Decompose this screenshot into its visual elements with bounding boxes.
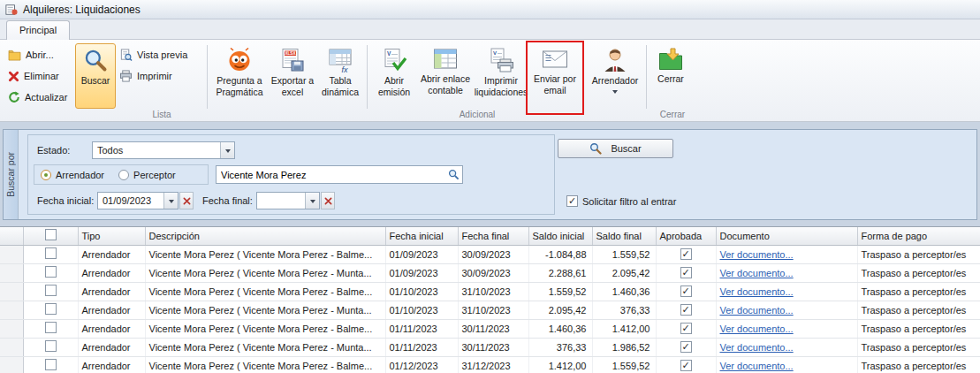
eliminar-button[interactable]: Eliminar [4, 66, 75, 86]
cell-fecha-inicial: 01/10/2023 [385, 301, 458, 319]
robot-face-icon [226, 48, 253, 72]
imprimir-button[interactable]: Imprimir [116, 66, 204, 86]
row-select-checkbox[interactable] [45, 340, 57, 352]
cell-saldo-inicial: 376,33 [528, 338, 592, 356]
row-select-checkbox[interactable] [45, 247, 57, 259]
table-row[interactable]: Arrendador Vicente Mora Perez ( Vicente … [0, 263, 980, 282]
row-select-cell [23, 263, 78, 282]
fecha-inicial-combobox[interactable]: 01/09/2023 [97, 192, 179, 209]
ver-documento-link[interactable]: Ver documento... [720, 249, 794, 260]
table-row[interactable]: Arrendador Vicente Mora Perez ( Vicente … [0, 245, 980, 263]
ver-documento-link[interactable]: Ver documento... [720, 324, 794, 334]
tab-principal[interactable]: Principal [6, 20, 70, 40]
table-row[interactable]: Arrendador Vicente Mora Perez ( Vicente … [0, 338, 980, 356]
buscar-por-side-tab[interactable]: Buscar por [4, 130, 19, 219]
solicitar-filtro-checkbox-row[interactable]: ✓ Solicitar filtro al entrar [566, 195, 676, 207]
cell-fecha-inicial: 01/11/2023 [385, 338, 458, 356]
imprimir-liquidaciones-button[interactable]: V Imprimir liquidaciones [473, 43, 529, 109]
col-header-forma-de-pago[interactable]: Forma de pago [857, 227, 980, 245]
tipo-radio-group: Arrendador Perceptor [34, 164, 209, 185]
exportar-excel-button[interactable]: XLSX Exportar a excel [269, 43, 316, 109]
cell-fecha-inicial: 01/09/2023 [385, 245, 458, 263]
buscar-filter-label: Buscar [611, 143, 641, 154]
pregunta-label: Pregunta a Pragmática [211, 75, 268, 97]
radio-arrendador[interactable]: Arrendador [41, 170, 104, 180]
abrir-enlace-contable-button[interactable]: Abrir enlace contable [418, 43, 473, 109]
cell-documento: Ver documento... [716, 263, 857, 282]
row-select-checkbox[interactable] [45, 266, 57, 278]
row-select-checkbox[interactable] [45, 359, 57, 370]
col-header-tipo[interactable]: Tipo [78, 227, 145, 245]
buscar-ribbon-button[interactable]: Buscar [75, 43, 116, 109]
ver-documento-link[interactable]: Ver documento... [720, 361, 794, 371]
vista-previa-button[interactable]: Vista previa [116, 45, 204, 65]
cell-descripcion: Vicente Mora Perez ( Vicente Mora Perez … [145, 301, 385, 319]
aprobada-checkbox[interactable]: ✓ [680, 360, 692, 371]
cell-tipo: Arrendador [78, 245, 145, 263]
solicitar-filtro-checkbox[interactable]: ✓ [566, 195, 578, 207]
cell-descripcion: Vicente Mora Perez ( Vicente Mora Perez … [145, 319, 385, 338]
cell-aprobada: ✓ [656, 245, 716, 263]
col-header-saldo-inicial[interactable]: Saldo inicial [528, 227, 592, 245]
open-folder-icon [8, 49, 21, 61]
ribbon-separator [583, 45, 584, 109]
table-row[interactable]: Arrendador Vicente Mora Perez ( Vicente … [0, 319, 980, 338]
cell-aprobada: ✓ [656, 301, 716, 319]
col-header-documento[interactable]: Documento [716, 227, 857, 245]
window-title: Alquileres: Liquidaciones [23, 4, 141, 16]
fecha-final-clear-button[interactable] [321, 192, 335, 209]
buscar-filter-button[interactable]: Buscar [558, 139, 673, 158]
enviar-email-button[interactable]: Enviar por email [529, 43, 581, 109]
search-icon [589, 142, 602, 155]
pregunta-pragmatica-button[interactable]: Pregunta a Pragmática [210, 43, 269, 109]
nombre-input[interactable] [217, 166, 444, 183]
imprimir-label: Imprimir [137, 71, 172, 81]
abrir-emision-button[interactable]: V Abrir emisión [370, 43, 418, 109]
select-all-checkbox[interactable] [45, 229, 57, 240]
solicitar-filtro-label: Solicitar filtro al entrar [582, 196, 676, 207]
ver-documento-link[interactable]: Ver documento... [720, 342, 794, 353]
ver-documento-link[interactable]: Ver documento... [720, 286, 794, 297]
col-header-saldo-final[interactable]: Saldo final [592, 227, 656, 245]
select-column-header[interactable] [23, 227, 78, 245]
tabla-dinamica-button[interactable]: fx Tabla dinámica [316, 43, 364, 109]
estado-dropdown-button[interactable] [220, 142, 234, 158]
aprobada-checkbox[interactable]: ✓ [680, 267, 692, 278]
actualizar-label: Actualizar [25, 92, 67, 103]
row-indicator-cell [0, 245, 23, 263]
chevron-down-icon [310, 200, 315, 203]
aprobada-checkbox[interactable]: ✓ [680, 304, 692, 316]
aprobada-checkbox[interactable]: ✓ [680, 323, 692, 334]
row-select-cell [23, 282, 78, 301]
cell-saldo-final: 1.559,52 [592, 356, 656, 373]
nombre-search-button[interactable] [444, 166, 462, 183]
window-title-bar: Alquileres: Liquidaciones [0, 0, 980, 19]
row-select-checkbox[interactable] [45, 303, 57, 315]
row-select-checkbox[interactable] [45, 285, 57, 296]
cerrar-button[interactable]: Cerrar [650, 43, 692, 109]
aprobada-checkbox[interactable]: ✓ [680, 248, 692, 260]
radio-perceptor[interactable]: Perceptor [118, 170, 176, 180]
ver-documento-link[interactable]: Ver documento... [720, 305, 794, 316]
fecha-inicial-clear-button[interactable] [179, 192, 194, 209]
table-row[interactable]: Arrendador Vicente Mora Perez ( Vicente … [0, 301, 980, 319]
col-header-fecha-final[interactable]: Fecha final [458, 227, 528, 245]
estado-combobox[interactable]: Todos [92, 141, 235, 159]
table-row[interactable]: Arrendador Vicente Mora Perez ( Vicente … [0, 356, 980, 373]
fecha-inicial-value: 01/09/2023 [98, 195, 163, 206]
ver-documento-link[interactable]: Ver documento... [720, 268, 794, 278]
col-header-aprobada[interactable]: Aprobada [656, 227, 716, 245]
row-select-checkbox[interactable] [45, 322, 57, 333]
abrir-button[interactable]: Abrir... [4, 45, 75, 65]
col-header-fecha-inicial[interactable]: Fecha inicial [385, 227, 458, 245]
fecha-final-dropdown-button[interactable] [305, 193, 319, 209]
arrendador-menu-button[interactable]: Arrendador [587, 43, 643, 109]
aprobada-checkbox[interactable]: ✓ [680, 341, 692, 353]
aprobada-checkbox[interactable]: ✓ [680, 285, 692, 297]
actualizar-button[interactable]: Actualizar [4, 88, 75, 107]
table-row[interactable]: Arrendador Vicente Mora Perez ( Vicente … [0, 282, 980, 301]
col-header-descripcion[interactable]: Descripción [145, 227, 385, 245]
fecha-inicial-dropdown-button[interactable] [163, 193, 178, 209]
fecha-final-combobox[interactable] [256, 192, 320, 209]
cell-forma-de-pago: Traspaso a perceptor/es [857, 282, 980, 301]
